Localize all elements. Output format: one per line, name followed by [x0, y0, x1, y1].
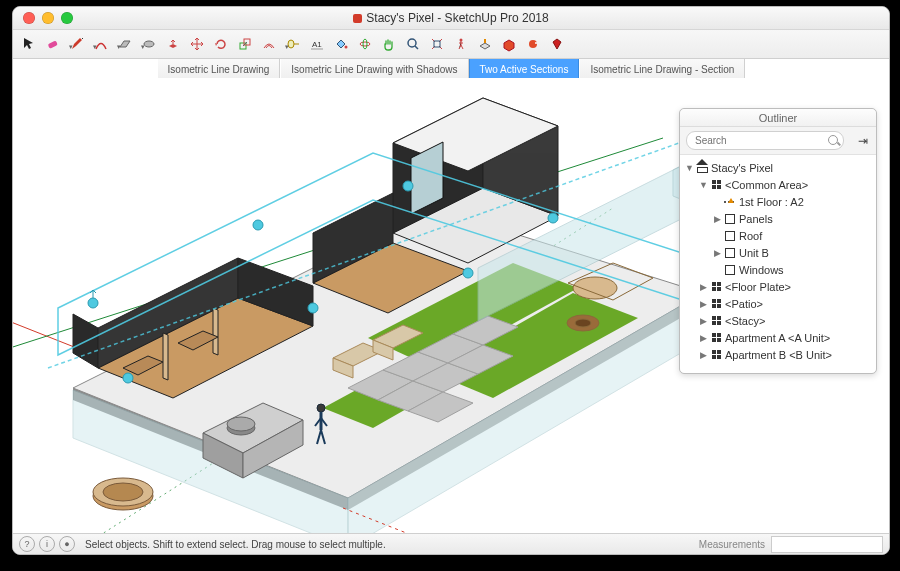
eraser-icon[interactable]	[43, 34, 63, 54]
outliner-row[interactable]: 1st Floor : A2	[684, 193, 872, 210]
component-icon	[709, 280, 723, 294]
svg-point-8	[363, 39, 367, 49]
scene-tab-active[interactable]: Two Active Sections	[469, 59, 580, 79]
group-icon	[723, 229, 737, 243]
model-icon	[695, 161, 709, 175]
outliner-row[interactable]: ▶<Floor Plate>	[684, 278, 872, 295]
svg-marker-36	[213, 308, 218, 355]
svg-point-70	[548, 213, 558, 223]
outliner-title: Outliner	[680, 109, 876, 127]
outliner-row[interactable]: ▶<Stacy>	[684, 312, 872, 329]
minimize-button[interactable]	[42, 12, 54, 24]
paint-bucket-icon[interactable]	[331, 34, 351, 54]
main-toolbar: ▾ ▾ ▾ ▾ ▾ A1	[13, 30, 889, 59]
svg-point-54	[317, 404, 325, 412]
zoom-icon[interactable]	[403, 34, 423, 54]
disclosure-triangle[interactable]: ▶	[698, 299, 709, 309]
push-pull-icon[interactable]	[163, 34, 183, 54]
svg-point-13	[535, 42, 537, 44]
document-icon	[353, 14, 362, 23]
ruby-icon[interactable]	[547, 34, 567, 54]
zoom-extents-icon[interactable]	[427, 34, 447, 54]
component-icon	[709, 314, 723, 328]
tape-measure-icon[interactable]: ▾	[283, 34, 303, 54]
outliner-row[interactable]: ▶<Patio>	[684, 295, 872, 312]
outliner-row[interactable]: ▼<Common Area>	[684, 176, 872, 193]
orbit-icon[interactable]	[355, 34, 375, 54]
pan-icon[interactable]	[379, 34, 399, 54]
outliner-row-label: <Patio>	[725, 298, 763, 310]
disclosure-triangle[interactable]: ▼	[684, 163, 695, 173]
circle-icon[interactable]: ▾	[139, 34, 159, 54]
outliner-row-label: Panels	[739, 213, 773, 225]
outliner-row-label: Unit B	[739, 247, 769, 259]
arc-icon[interactable]: ▾	[91, 34, 111, 54]
select-icon[interactable]	[19, 34, 39, 54]
zoom-button[interactable]	[61, 12, 73, 24]
outliner-row-label: <Floor Plate>	[725, 281, 791, 293]
scene-tab[interactable]: Isometric Line Drawing with Shadows	[280, 59, 468, 79]
outliner-row[interactable]: ▼Stacy's Pixel	[684, 159, 872, 176]
disclosure-triangle[interactable]: ▶	[698, 333, 709, 343]
outliner-row[interactable]: ▶Panels	[684, 210, 872, 227]
titlebar: Stacy's Pixel - SketchUp Pro 2018	[13, 7, 889, 30]
help-icon[interactable]: ?	[19, 536, 35, 552]
rotate-icon[interactable]	[211, 34, 231, 54]
component-icon	[709, 331, 723, 345]
outliner-row-label: Roof	[739, 230, 762, 242]
extension-warehouse-icon[interactable]	[523, 34, 543, 54]
viewport[interactable]: Outliner ⇥ ▼Stacy's Pixel▼<Common Area>1…	[13, 78, 889, 534]
app-window: Stacy's Pixel - SketchUp Pro 2018 ▾ ▾ ▾ …	[12, 6, 890, 555]
info-icon[interactable]: i	[39, 536, 55, 552]
svg-point-69	[403, 181, 413, 191]
disclosure-triangle[interactable]: ▶	[698, 282, 709, 292]
svg-point-7	[360, 42, 370, 46]
disclosure-triangle[interactable]: ▶	[712, 248, 723, 258]
rectangle-icon[interactable]: ▾	[115, 34, 135, 54]
outliner-row-label: Stacy's Pixel	[711, 162, 773, 174]
outliner-row[interactable]: Windows	[684, 261, 872, 278]
measurements-input[interactable]	[771, 536, 883, 553]
svg-point-59	[227, 417, 255, 431]
window-title: Stacy's Pixel - SketchUp Pro 2018	[13, 11, 889, 25]
svg-point-72	[123, 373, 133, 383]
outliner-row[interactable]: ▶Apartment B <B Unit>	[684, 346, 872, 363]
3d-warehouse-icon[interactable]	[499, 34, 519, 54]
outliner-row[interactable]: ▶Unit B	[684, 244, 872, 261]
svg-point-67	[88, 298, 98, 308]
disclosure-triangle[interactable]: ▶	[698, 350, 709, 360]
section-plane-icon[interactable]	[475, 34, 495, 54]
statusbar: ? i ● Select objects. Shift to extend se…	[13, 533, 889, 554]
text-icon[interactable]: A1	[307, 34, 327, 54]
outliner-search-input[interactable]	[686, 131, 844, 150]
outliner-panel[interactable]: Outliner ⇥ ▼Stacy's Pixel▼<Common Area>1…	[679, 108, 877, 374]
scale-icon[interactable]	[235, 34, 255, 54]
pencil-icon[interactable]: ▾	[67, 34, 87, 54]
person-icon[interactable]: ●	[59, 536, 75, 552]
statusbar-hint: Select objects. Shift to extend select. …	[81, 539, 693, 550]
outliner-row-label: <Common Area>	[725, 179, 808, 191]
disclosure-triangle[interactable]: ▶	[698, 316, 709, 326]
svg-point-73	[308, 303, 318, 313]
close-button[interactable]	[23, 12, 35, 24]
svg-point-52	[575, 319, 591, 327]
outliner-row-label: 1st Floor : A2	[739, 196, 804, 208]
outliner-row-label: Apartment B <B Unit>	[725, 349, 832, 361]
walk-icon[interactable]	[451, 34, 471, 54]
scene-tab[interactable]: Isometric Line Drawing - Section	[579, 59, 745, 79]
outliner-tree[interactable]: ▼Stacy's Pixel▼<Common Area>1st Floor : …	[680, 155, 876, 373]
section-icon	[723, 195, 737, 209]
measurements-label: Measurements	[693, 539, 771, 550]
outliner-row[interactable]: ▶Apartment A <A Unit>	[684, 329, 872, 346]
offset-icon[interactable]	[259, 34, 279, 54]
group-icon	[723, 263, 737, 277]
hot-tub	[93, 478, 153, 510]
outliner-row-label: <Stacy>	[725, 315, 765, 327]
disclosure-triangle[interactable]: ▶	[712, 214, 723, 224]
disclosure-triangle[interactable]: ▼	[698, 180, 709, 190]
outliner-details-button[interactable]: ⇥	[856, 134, 870, 148]
move-icon[interactable]	[187, 34, 207, 54]
component-icon	[709, 297, 723, 311]
scene-tab[interactable]: Isometric Line Drawing	[157, 59, 281, 79]
outliner-row[interactable]: Roof	[684, 227, 872, 244]
